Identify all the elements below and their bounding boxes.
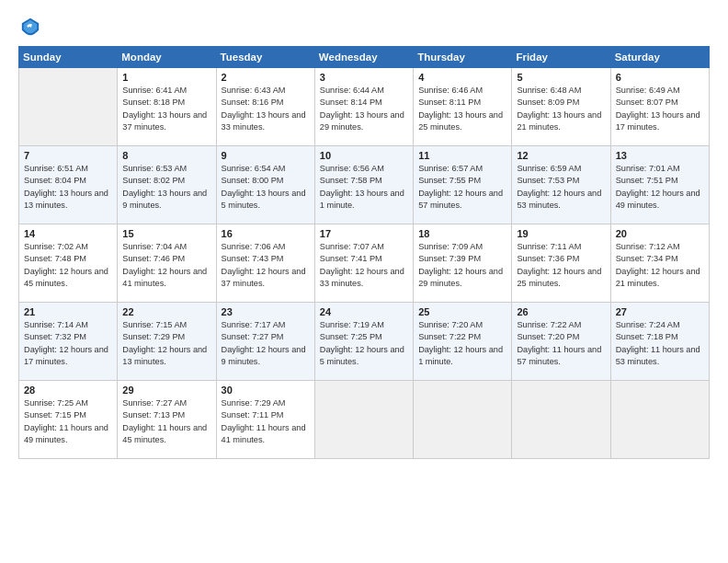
day-cell: 11Sunrise: 6:57 AMSunset: 7:55 PMDayligh…: [414, 146, 512, 224]
day-cell: 1Sunrise: 6:41 AMSunset: 8:18 PMDaylight…: [118, 68, 216, 146]
day-info: Sunrise: 6:51 AMSunset: 8:04 PMDaylight:…: [24, 163, 112, 212]
day-cell: 24Sunrise: 7:19 AMSunset: 7:25 PMDayligh…: [314, 303, 413, 381]
day-cell: 13Sunrise: 7:01 AMSunset: 7:51 PMDayligh…: [610, 146, 709, 224]
day-number: 9: [222, 150, 310, 161]
day-number: 28: [24, 385, 112, 396]
day-info: Sunrise: 7:06 AMSunset: 7:43 PMDaylight:…: [222, 241, 310, 290]
day-cell: [414, 381, 512, 459]
week-row-3: 14Sunrise: 7:02 AMSunset: 7:48 PMDayligh…: [19, 224, 710, 303]
day-cell: 28Sunrise: 7:25 AMSunset: 7:15 PMDayligh…: [19, 381, 118, 459]
week-row-1: 1Sunrise: 6:41 AMSunset: 8:18 PMDaylight…: [19, 68, 710, 146]
day-number: 3: [320, 72, 408, 83]
day-number: 21: [24, 306, 112, 317]
week-row-5: 28Sunrise: 7:25 AMSunset: 7:15 PMDayligh…: [19, 381, 710, 459]
day-number: 14: [24, 228, 112, 239]
day-number: 6: [616, 72, 704, 83]
day-number: 2: [222, 72, 310, 83]
day-number: 26: [517, 306, 605, 317]
day-info: Sunrise: 6:49 AMSunset: 8:07 PMDaylight:…: [616, 85, 704, 133]
header: [18, 17, 710, 37]
day-info: Sunrise: 6:44 AMSunset: 8:14 PMDaylight:…: [320, 85, 408, 133]
day-number: 1: [122, 72, 210, 83]
day-number: 23: [222, 306, 310, 317]
day-cell: 9Sunrise: 6:54 AMSunset: 8:00 PMDaylight…: [216, 146, 314, 224]
day-cell: 5Sunrise: 6:48 AMSunset: 8:09 PMDaylight…: [512, 68, 610, 146]
day-cell: 19Sunrise: 7:11 AMSunset: 7:36 PMDayligh…: [512, 224, 610, 303]
col-thursday: Thursday: [414, 47, 512, 68]
col-tuesday: Tuesday: [216, 47, 314, 68]
day-cell: 12Sunrise: 6:59 AMSunset: 7:53 PMDayligh…: [512, 146, 610, 224]
day-info: Sunrise: 7:02 AMSunset: 7:48 PMDaylight:…: [24, 241, 112, 290]
day-info: Sunrise: 6:56 AMSunset: 7:58 PMDaylight:…: [320, 163, 408, 212]
day-cell: 26Sunrise: 7:22 AMSunset: 7:20 PMDayligh…: [512, 303, 610, 381]
day-cell: 16Sunrise: 7:06 AMSunset: 7:43 PMDayligh…: [216, 224, 314, 303]
day-number: 25: [418, 306, 506, 317]
day-cell: 21Sunrise: 7:14 AMSunset: 7:32 PMDayligh…: [19, 303, 118, 381]
day-cell: 25Sunrise: 7:20 AMSunset: 7:22 PMDayligh…: [414, 303, 512, 381]
day-cell: 14Sunrise: 7:02 AMSunset: 7:48 PMDayligh…: [19, 224, 118, 303]
week-row-4: 21Sunrise: 7:14 AMSunset: 7:32 PMDayligh…: [19, 303, 710, 381]
day-info: Sunrise: 7:04 AMSunset: 7:46 PMDaylight:…: [122, 241, 210, 290]
day-cell: 27Sunrise: 7:24 AMSunset: 7:18 PMDayligh…: [610, 303, 709, 381]
day-info: Sunrise: 7:22 AMSunset: 7:20 PMDaylight:…: [517, 319, 605, 368]
day-info: Sunrise: 7:07 AMSunset: 7:41 PMDaylight:…: [320, 241, 408, 290]
day-number: 19: [517, 228, 605, 239]
day-info: Sunrise: 7:24 AMSunset: 7:18 PMDaylight:…: [616, 319, 704, 368]
day-number: 18: [418, 228, 506, 239]
calendar-page: Sunday Monday Tuesday Wednesday Thursday…: [0, 0, 728, 563]
day-cell: 20Sunrise: 7:12 AMSunset: 7:34 PMDayligh…: [610, 224, 709, 303]
day-cell: 7Sunrise: 6:51 AMSunset: 8:04 PMDaylight…: [19, 146, 118, 224]
day-info: Sunrise: 7:11 AMSunset: 7:36 PMDaylight:…: [517, 241, 605, 290]
day-number: 8: [122, 150, 210, 161]
day-number: 13: [616, 150, 704, 161]
col-monday: Monday: [118, 47, 216, 68]
day-cell: [19, 68, 118, 146]
day-number: 10: [320, 150, 408, 161]
logo: [18, 17, 44, 37]
day-info: Sunrise: 6:41 AMSunset: 8:18 PMDaylight:…: [122, 85, 210, 133]
day-cell: 8Sunrise: 6:53 AMSunset: 8:02 PMDaylight…: [118, 146, 216, 224]
day-number: 4: [418, 72, 506, 83]
day-info: Sunrise: 6:46 AMSunset: 8:11 PMDaylight:…: [418, 85, 506, 133]
day-number: 11: [418, 150, 506, 161]
day-number: 16: [222, 228, 310, 239]
day-number: 7: [24, 150, 112, 161]
day-number: 30: [222, 385, 310, 396]
day-cell: [610, 381, 709, 459]
col-saturday: Saturday: [610, 47, 709, 68]
day-cell: 18Sunrise: 7:09 AMSunset: 7:39 PMDayligh…: [414, 224, 512, 303]
day-info: Sunrise: 7:29 AMSunset: 7:11 PMDaylight:…: [222, 397, 310, 446]
day-cell: 29Sunrise: 7:27 AMSunset: 7:13 PMDayligh…: [118, 381, 216, 459]
day-info: Sunrise: 6:53 AMSunset: 8:02 PMDaylight:…: [122, 163, 210, 212]
day-info: Sunrise: 7:20 AMSunset: 7:22 PMDaylight:…: [418, 319, 506, 368]
day-info: Sunrise: 7:25 AMSunset: 7:15 PMDaylight:…: [24, 397, 112, 446]
day-cell: 3Sunrise: 6:44 AMSunset: 8:14 PMDaylight…: [314, 68, 413, 146]
day-cell: [314, 381, 413, 459]
day-info: Sunrise: 7:17 AMSunset: 7:27 PMDaylight:…: [222, 319, 310, 368]
day-number: 5: [517, 72, 605, 83]
day-number: 27: [616, 306, 704, 317]
col-friday: Friday: [512, 47, 610, 68]
day-number: 17: [320, 228, 408, 239]
day-cell: 10Sunrise: 6:56 AMSunset: 7:58 PMDayligh…: [314, 146, 413, 224]
day-info: Sunrise: 7:09 AMSunset: 7:39 PMDaylight:…: [418, 241, 506, 290]
day-info: Sunrise: 7:27 AMSunset: 7:13 PMDaylight:…: [122, 397, 210, 446]
day-number: 22: [122, 306, 210, 317]
day-info: Sunrise: 6:54 AMSunset: 8:00 PMDaylight:…: [222, 163, 310, 212]
day-cell: 6Sunrise: 6:49 AMSunset: 8:07 PMDaylight…: [610, 68, 709, 146]
day-cell: 23Sunrise: 7:17 AMSunset: 7:27 PMDayligh…: [216, 303, 314, 381]
day-info: Sunrise: 6:59 AMSunset: 7:53 PMDaylight:…: [517, 163, 605, 212]
day-cell: 17Sunrise: 7:07 AMSunset: 7:41 PMDayligh…: [314, 224, 413, 303]
logo-icon: [20, 17, 40, 37]
day-cell: 30Sunrise: 7:29 AMSunset: 7:11 PMDayligh…: [216, 381, 314, 459]
day-number: 24: [320, 306, 408, 317]
col-sunday: Sunday: [19, 47, 118, 68]
day-info: Sunrise: 6:43 AMSunset: 8:16 PMDaylight:…: [222, 85, 310, 133]
day-number: 12: [517, 150, 605, 161]
day-info: Sunrise: 6:48 AMSunset: 8:09 PMDaylight:…: [517, 85, 605, 133]
day-info: Sunrise: 7:14 AMSunset: 7:32 PMDaylight:…: [24, 319, 112, 368]
day-cell: [512, 381, 610, 459]
col-wednesday: Wednesday: [314, 47, 413, 68]
header-row: Sunday Monday Tuesday Wednesday Thursday…: [19, 47, 710, 68]
day-cell: 4Sunrise: 6:46 AMSunset: 8:11 PMDaylight…: [414, 68, 512, 146]
